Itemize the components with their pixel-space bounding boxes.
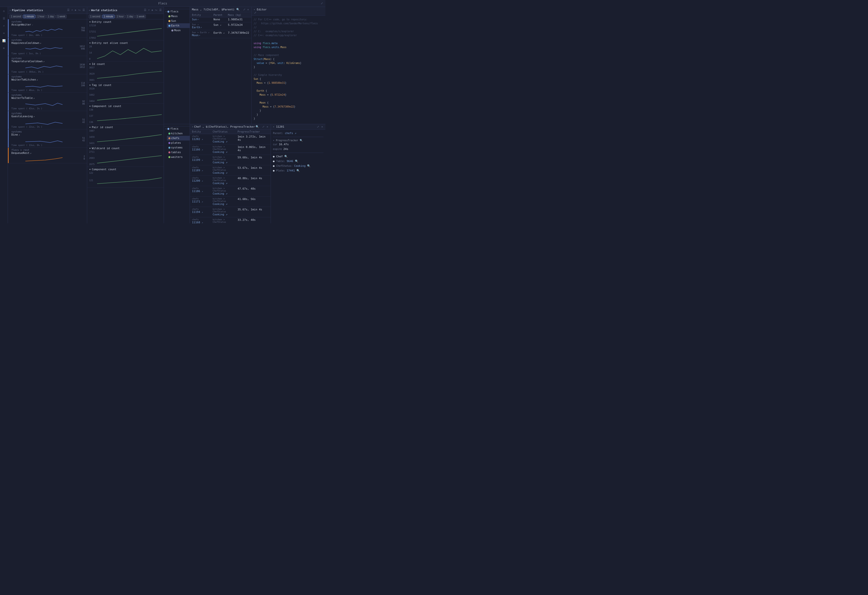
- detail-table-value[interactable]: 9646: [286, 160, 295, 163]
- tree-moon[interactable]: Moon: [170, 28, 190, 33]
- world-time-1h[interactable]: 1 hour: [115, 15, 125, 18]
- detail-collapse-btn[interactable]: ▾: [273, 126, 275, 128]
- pipeline-collapse-btn[interactable]: ▾: [9, 9, 11, 12]
- world-icon-4[interactable]: 〜: [154, 9, 158, 12]
- assignwaiter-chart-row: 783 766: [12, 27, 85, 34]
- world-collapse-btn[interactable]: ▾: [89, 9, 90, 12]
- chef-inspector-search[interactable]: 🔍: [255, 125, 259, 128]
- tree-earth[interactable]: Earth: [167, 23, 190, 28]
- chef-inspector-header: ▾ Chef , $(ChefStatus), ProgressTracker …: [190, 124, 271, 130]
- detail-table-search[interactable]: 🔍: [295, 160, 298, 163]
- chef-row-11202[interactable]: chefs 11202 ↗ kitchen > ChefStatus Cooki…: [190, 134, 271, 145]
- world-icon-1[interactable]: ☰: [143, 9, 147, 12]
- component-count-header[interactable]: Component count: [89, 168, 162, 171]
- chef-row-11171[interactable]: chefs 11171 ↗ kitchen > ChefStatus Cooki…: [190, 197, 271, 207]
- chef-row-11168[interactable]: chefs 11168 ↗ kitchen > ChefStatus Cooki…: [190, 218, 271, 223]
- tree-flecs-bottom[interactable]: ▾ flecs: [164, 126, 190, 131]
- pipeline-icon-5[interactable]: ☰: [82, 9, 86, 12]
- editor-collapse-btn[interactable]: ▾: [254, 8, 255, 11]
- not-alive-header[interactable]: Entity not alive count: [89, 41, 162, 44]
- sidebar-search-icon[interactable]: ⌕: [1, 23, 7, 29]
- waitertable-link[interactable]: [34, 96, 35, 100]
- dequeue-link[interactable]: [30, 151, 31, 155]
- pipeline-time-buttons: 1 second 1 minute 1 hour 1 day 1 week: [8, 14, 87, 19]
- pipeline-icon-3[interactable]: ◈: [74, 9, 77, 12]
- world-icon-2[interactable]: ⌕: [148, 9, 150, 12]
- editor-code[interactable]: // For C/C++ code, go to repository: // …: [252, 16, 325, 123]
- tree-flecs[interactable]: ▾ flecs: [164, 9, 190, 14]
- detail-progress-search[interactable]: 🔍: [300, 139, 303, 142]
- chef-row-11194[interactable]: chefs 11194 ↗ kitchen > ChefStatus Cooki…: [190, 207, 271, 218]
- wildcard-id-header[interactable]: Wildcard id count: [89, 147, 162, 150]
- editor-expand-icon[interactable]: ⤢: [254, 11, 257, 14]
- chef-expand-icon[interactable]: ⤢: [262, 125, 265, 128]
- happiness-link[interactable]: [40, 41, 41, 44]
- pipeline-icon-4[interactable]: 〜: [78, 9, 81, 12]
- sidebar-menu-icon[interactable]: ☰: [1, 15, 7, 21]
- entity-count-header[interactable]: Entity count: [89, 20, 162, 24]
- pipeline-icon-2[interactable]: ⌕: [71, 9, 74, 12]
- detail-close-icon[interactable]: ✕: [321, 125, 323, 128]
- tree-waiters[interactable]: waiters: [167, 155, 190, 159]
- component-count-labels: 122 121: [89, 172, 97, 186]
- pipeline-time-1h[interactable]: 1 hour: [36, 15, 46, 18]
- world-time-1m[interactable]: 1 minute: [102, 15, 115, 18]
- chef-row-11166[interactable]: chefs 11166 ↗ kitchen > ChefStatus Cooki…: [190, 145, 271, 155]
- world-time-1s[interactable]: 1 second: [89, 15, 102, 18]
- detail-chef-search[interactable]: 🔍: [284, 155, 288, 158]
- tree-systems[interactable]: systems: [167, 145, 190, 150]
- sidebar-chart-icon[interactable]: 📊: [1, 38, 7, 44]
- mass-expand-icon[interactable]: ⤢: [243, 8, 246, 11]
- sidebar-terminal-icon[interactable]: ⌨: [1, 30, 7, 36]
- world-panel-icons: ☰ ⌕ ◈ 〜 ☰: [143, 9, 162, 12]
- detail-chefstatus-search[interactable]: 🔍: [307, 164, 310, 167]
- assignwaiter-link[interactable]: [32, 24, 33, 26]
- pipeline-time-1s[interactable]: 1 second: [9, 15, 22, 18]
- mass-row-moon[interactable]: Sun > Earth ↗ Moon ↗ Earth ↗ 7.34767309e…: [190, 30, 251, 38]
- temperature-val-top: 1030: [80, 64, 85, 66]
- tree-kitchen[interactable]: kitchen: [167, 131, 190, 136]
- tree-chefs[interactable]: chefs: [167, 136, 190, 141]
- sidebar-list-icon[interactable]: ≡: [1, 45, 7, 51]
- pair-id-header[interactable]: Pair id count: [89, 126, 162, 129]
- temperature-link[interactable]: [43, 60, 44, 63]
- component-id-header[interactable]: Component id count: [89, 105, 162, 108]
- chef-row-11186[interactable]: chefs 11186 ↗ kitchen > ChefStatus Cooki…: [190, 186, 271, 197]
- sidebar-home-icon[interactable]: ⌂: [1, 8, 7, 14]
- chef-row-11200[interactable]: chefs 11200 ↗ kitchen > ChefStatus Cooki…: [190, 176, 271, 186]
- tree-mass[interactable]: Mass: [167, 14, 190, 19]
- temperature-val-bot: 1012: [80, 66, 85, 68]
- detail-expand-icon[interactable]: ⤢: [316, 125, 320, 128]
- world-time-1w[interactable]: 1 week: [135, 15, 146, 18]
- tag-id-header[interactable]: Tag id count: [89, 83, 162, 87]
- guests-link[interactable]: [34, 115, 35, 118]
- pipeline-icon-1[interactable]: ☰: [66, 9, 70, 12]
- pipeline-time-1d[interactable]: 1 day: [46, 15, 55, 18]
- waiterkitchen-link[interactable]: [37, 78, 38, 81]
- pipeline-time-1w[interactable]: 1 week: [56, 15, 67, 18]
- pipeline-time-1m[interactable]: 1 minute: [23, 15, 35, 18]
- dine-link[interactable]: [19, 133, 20, 136]
- mass-row-sun[interactable]: Sun ↗ None 1.9885e31: [190, 17, 251, 22]
- mass-row-earth[interactable]: Sun ↗ Earth ↗ Sun ↗ 5.9722e24: [190, 22, 251, 30]
- mass-close-icon[interactable]: ✕: [247, 8, 249, 11]
- world-icon-5[interactable]: ☰: [159, 9, 162, 12]
- chef-inspector-collapse[interactable]: ▾: [192, 126, 193, 128]
- chef-row-11199[interactable]: chefs 11199 ↗ kitchen > ChefStatus Cooki…: [190, 155, 271, 165]
- tree-sun[interactable]: Sun: [167, 19, 190, 23]
- detail-plate-value[interactable]: 17441: [286, 169, 297, 172]
- chef-close-icon[interactable]: ✕: [266, 125, 269, 128]
- world-icon-3[interactable]: ◈: [151, 9, 154, 12]
- mass-header-search-icon[interactable]: 🔍: [236, 8, 240, 11]
- tree-plates[interactable]: plates: [167, 141, 190, 145]
- detail-progress-collapse[interactable]: ▾: [273, 139, 275, 142]
- world-time-1d[interactable]: 1 day: [125, 15, 134, 18]
- id-count-header[interactable]: Id count: [89, 62, 162, 66]
- chef-row-11189[interactable]: chefs 11189 ↗ kitchen > ChefStatus Cooki…: [190, 165, 271, 176]
- detail-parent-value[interactable]: chefs ↗: [285, 132, 296, 135]
- detail-chefstatus-value[interactable]: Cooking: [294, 164, 307, 167]
- detail-plate-search[interactable]: 🔍: [297, 169, 300, 172]
- panels-row: ▾ Pipeline statistics ☰ ⌕ ◈ 〜 ☰ 1 second…: [8, 7, 325, 223]
- tree-tables[interactable]: tables: [167, 150, 190, 155]
- window-expand-icon[interactable]: ⤢: [320, 2, 323, 5]
